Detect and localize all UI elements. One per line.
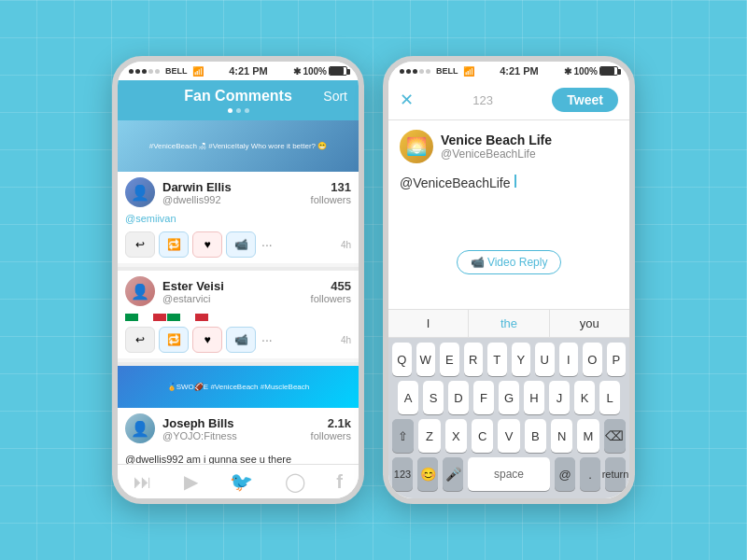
carrier-label-2: BELL [436,66,458,76]
retweet-button-2[interactable]: 🔁 [159,327,189,353]
key-x[interactable]: X [445,419,467,453]
autocomplete-the[interactable]: the [469,310,549,337]
key-u[interactable]: U [535,343,555,376]
signal-dot [413,69,417,74]
key-h[interactable]: H [524,381,544,414]
key-j[interactable]: J [549,381,570,414]
key-b[interactable]: B [525,419,546,453]
user-name-joseph: Joseph Bills [162,416,237,430]
key-s[interactable]: S [423,381,444,414]
return-key[interactable]: return [605,457,626,491]
like-button-2[interactable]: ♥ [192,327,222,353]
at-key[interactable]: @ [555,457,575,491]
nav-facebook-icon[interactable]: f [336,471,343,493]
key-t[interactable]: T [487,343,507,376]
key-o[interactable]: O [583,343,602,376]
phone-twitter-compose: BELL 📶 4:21 PM ✱ 100% ✕ 123 Tweet 🌅 Veni… [383,56,635,504]
actions-row-1: ↩ 🔁 ♥ 📹 ··· 4h [118,228,359,263]
nav-twitter-icon[interactable]: 🐦 [230,470,253,493]
nav-instagram-icon[interactable]: ◯ [285,470,305,493]
header-title: Fan Comments [184,88,292,105]
retweet-button-1[interactable]: 🔁 [159,231,189,258]
keyboard-row-2: A S D F G H J K L [388,376,629,414]
bluetooth-icon-2: ✱ [564,66,571,77]
compose-avatar: 🌅 [400,130,433,163]
signal-dot [135,69,140,74]
reply-mention: @VeniceBeachLife [400,175,511,190]
shift-key[interactable]: ⇧ [392,419,414,453]
battery-pct: 100% [303,66,327,77]
avatar-darwin: 👤 [125,177,155,207]
key-r[interactable]: R [464,343,484,376]
key-c[interactable]: C [472,419,493,453]
key-y[interactable]: Y [512,343,531,376]
emoji-key[interactable]: 😊 [417,457,438,491]
key-e[interactable]: E [440,343,459,376]
fan-post-2: 👤 Ester Veisi @estarvici 455 followers [118,271,359,358]
reply-button-1[interactable]: ↩ [125,231,155,258]
key-k[interactable]: K [574,381,595,414]
space-key[interactable]: space [468,457,550,491]
nav-skip-icon[interactable]: ⏭ [134,471,152,493]
key-z[interactable]: Z [418,419,440,453]
video-button-1[interactable]: 📹 [226,231,256,258]
avatar-joseph: 👤 [125,413,155,443]
user-handle-ester: @estarvici [162,293,224,304]
compose-user-name: Venice Beach Life [441,133,552,147]
key-v[interactable]: V [498,419,519,453]
more-dots-2[interactable]: ··· [261,332,273,347]
key-l[interactable]: L [599,381,620,414]
key-n[interactable]: N [551,419,572,453]
like-button-1[interactable]: ♥ [192,231,222,258]
close-button[interactable]: ✕ [400,90,414,110]
followers-darwin: 131 followers [311,180,351,205]
autocomplete-i[interactable]: I [388,310,469,337]
fan-comments-header: Sort Fan Comments Sort [118,80,359,120]
key-w[interactable]: W [416,343,436,376]
flag-italy [118,312,359,323]
post-time-1: 4h [341,240,351,250]
compose-user-row: 🌅 Venice Beach Life @VeniceBeachLife [400,130,618,163]
key-f[interactable]: F [473,381,494,414]
signal-dot [142,69,147,74]
signal-dot [129,69,134,74]
keyboard: Q W E R T Y U I O P A S D F G H J K L ⇧ … [388,338,629,498]
tweet-text-joseph: @dwellis992 am i gunna see u there [118,449,359,464]
key-q[interactable]: Q [392,343,412,376]
video-button-2[interactable]: 📹 [226,327,256,353]
dot-3 [245,108,249,113]
numbers-key[interactable]: 123 [392,457,413,491]
bottom-nav: ⏭ ▶ 🐦 ◯ f [118,464,359,498]
wifi-icon-2: 📶 [463,66,474,77]
actions-row-2: ↩ 🔁 ♥ 📹 ··· 4h [118,323,359,358]
compose-area[interactable]: 🌅 Venice Beach Life @VeniceBeachLife @Ve… [388,120,629,309]
user-name-ester: Ester Veisi [162,279,224,293]
video-reply-button[interactable]: 📹 Video Reply [457,250,562,274]
key-m[interactable]: M [577,419,599,453]
mic-key[interactable]: 🎤 [443,457,463,491]
status-bar-1: BELL 📶 4:21 PM ✱ 100% [118,62,359,80]
tweet-button[interactable]: Tweet [552,88,618,112]
post-image-1: #VeniceBeach 🏖 #VeniceItaly Who wore it … [118,120,359,172]
key-g[interactable]: G [499,381,519,414]
delete-key[interactable]: ⌫ [604,419,626,453]
signal-dot [426,69,430,74]
text-cursor [514,175,516,188]
carrier-label: BELL [165,66,188,76]
more-dots-1[interactable]: ··· [261,237,273,252]
phone-fan-comments: BELL 📶 4:21 PM ✱ 100% Sort Fan Comments … [112,56,364,504]
key-i[interactable]: I [559,343,579,376]
autocomplete-bar: I the you [388,309,629,338]
sort-button[interactable]: Sort [323,89,347,104]
char-count: 123 [472,93,493,107]
page-dots [129,108,347,113]
dot-2 [236,108,241,113]
autocomplete-you[interactable]: you [550,310,629,337]
key-a[interactable]: A [398,381,418,414]
dot-key[interactable]: . [580,457,600,491]
nav-play-icon[interactable]: ▶ [184,470,198,493]
key-p[interactable]: P [607,343,627,376]
compose-text[interactable]: @VeniceBeachLife [400,171,618,194]
key-d[interactable]: D [448,381,469,414]
reply-button-2[interactable]: ↩ [125,327,155,353]
